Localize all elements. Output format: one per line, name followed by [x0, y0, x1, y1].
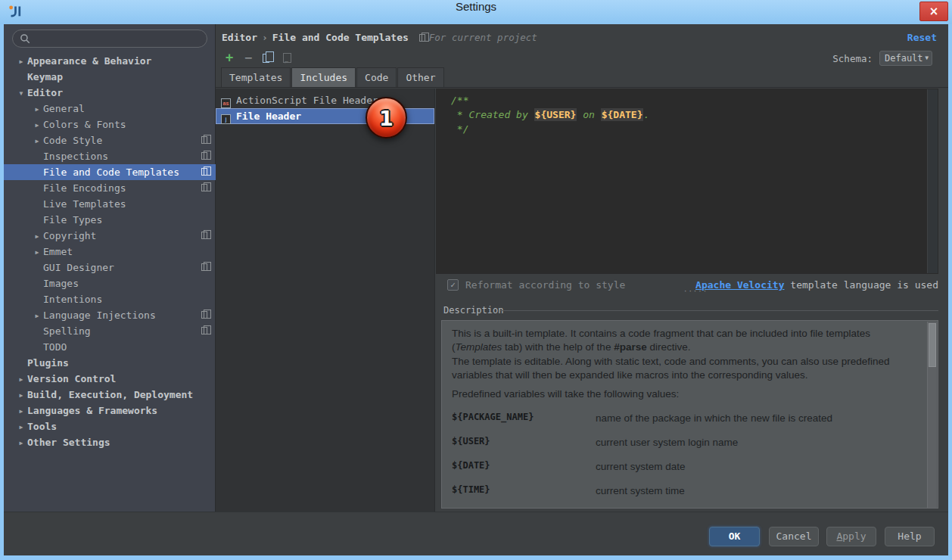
- template-editor[interactable]: /** * Created by ${USER} on ${DATE}. */: [436, 89, 938, 274]
- chevron-right-icon[interactable]: ▶: [31, 244, 43, 260]
- sidebar-item-label: Build, Execution, Deployment: [27, 389, 193, 400]
- variable-description: current system time: [596, 484, 918, 498]
- sidebar-item-label: General: [43, 103, 85, 114]
- reformat-checkbox[interactable]: ✓: [447, 279, 459, 291]
- sidebar-item-spelling[interactable]: Spelling: [4, 323, 216, 339]
- sidebar-item-live-templates[interactable]: Live Templates: [4, 196, 216, 212]
- chevron-right-icon[interactable]: ▶: [15, 54, 27, 70]
- template-item-label: File Header: [236, 110, 301, 122]
- sidebar-item-label: Inspections: [43, 151, 108, 162]
- sidebar-item-copyright[interactable]: ▶Copyright: [4, 228, 216, 244]
- sidebar-item-general[interactable]: ▶General: [4, 101, 216, 117]
- sidebar-item-file-types[interactable]: File Types: [4, 212, 216, 228]
- copy-settings-icon: [201, 263, 207, 271]
- chevron-right-icon[interactable]: ▶: [15, 435, 27, 451]
- tab-templates[interactable]: Templates: [221, 67, 291, 87]
- sidebar-item-label: TODO: [43, 341, 67, 353]
- sidebar-item-label: File Types: [43, 214, 102, 226]
- chevron-right-icon[interactable]: ▶: [15, 372, 27, 387]
- sidebar-item-label: GUI Designer: [43, 262, 114, 273]
- tab-code[interactable]: Code: [356, 67, 397, 87]
- sidebar-item-label: Live Templates: [43, 198, 126, 210]
- reset-link[interactable]: Reset: [907, 32, 937, 43]
- settings-window: Settings × ▶Appearance & BehaviorKeymap▼…: [0, 0, 952, 560]
- chevron-right-icon[interactable]: ▶: [31, 117, 43, 133]
- sidebar-item-code-style[interactable]: ▶Code Style: [4, 132, 216, 148]
- schema-value: Default: [885, 53, 923, 64]
- sidebar-item-appearance-behavior[interactable]: ▶Appearance & Behavior: [4, 53, 216, 69]
- description-paragraph: The template is editable. Along with sta…: [452, 355, 918, 382]
- copy-settings-icon: [201, 232, 207, 239]
- sidebar-item-file-and-code-templates[interactable]: File and Code Templates: [4, 164, 216, 180]
- sidebar-item-editor[interactable]: ▼Editor: [4, 85, 216, 101]
- help-button[interactable]: Help: [885, 527, 935, 546]
- settings-search-input[interactable]: [12, 30, 207, 48]
- comment-text: */: [451, 123, 468, 135]
- apache-velocity-link[interactable]: Apache Velocity: [695, 279, 784, 291]
- breadcrumb-editor[interactable]: Editor: [222, 32, 257, 43]
- sidebar-item-build-execution-deployment[interactable]: ▶Build, Execution, Deployment: [4, 387, 216, 403]
- copy-template-button[interactable]: [260, 50, 275, 65]
- sidebar-item-keymap[interactable]: Keymap: [4, 69, 216, 85]
- schema-dropdown[interactable]: Default ▼: [879, 51, 932, 66]
- sidebar-item-version-control[interactable]: ▶Version Control: [4, 371, 216, 387]
- ok-button[interactable]: OK: [709, 527, 760, 546]
- tab-other[interactable]: Other: [397, 67, 443, 87]
- file-type-icon-as: as: [221, 98, 231, 108]
- sidebar-item-label: Emmet: [43, 246, 73, 257]
- chevron-right-icon[interactable]: ▶: [15, 419, 27, 435]
- sidebar-item-other-settings[interactable]: ▶Other Settings: [4, 434, 216, 450]
- window-title: Settings: [0, 0, 952, 24]
- editor-scrollbar[interactable]: [927, 89, 938, 273]
- sidebar-item-gui-designer[interactable]: GUI Designer: [4, 260, 216, 275]
- sidebar-item-tools[interactable]: ▶Tools: [4, 418, 216, 434]
- sidebar-item-label: Language Injections: [43, 310, 156, 321]
- remove-template-button[interactable]: −: [241, 50, 256, 65]
- reformat-label: Reformat according to style: [465, 279, 625, 291]
- variable-description: current system date: [596, 460, 918, 474]
- chevron-down-icon[interactable]: ▼: [15, 86, 27, 101]
- breadcrumb-separator: ›: [257, 32, 272, 43]
- chevron-right-icon[interactable]: ▶: [31, 101, 43, 117]
- sidebar-item-colors-fonts[interactable]: ▶Colors & Fonts: [4, 117, 216, 132]
- settings-sidebar: ▶Appearance & BehaviorKeymap▼Editor▶Gene…: [4, 24, 216, 512]
- reset-template-button[interactable]: [280, 50, 295, 65]
- apply-label: Apply: [836, 527, 866, 546]
- chevron-right-icon[interactable]: ▶: [31, 308, 43, 324]
- sidebar-item-label: Tools: [27, 421, 57, 432]
- sidebar-item-label: Version Control: [27, 373, 116, 384]
- settings-content: ▶Appearance & BehaviorKeymap▼Editor▶Gene…: [4, 24, 948, 512]
- comment-text: .: [643, 109, 649, 120]
- close-button[interactable]: ×: [919, 2, 948, 21]
- settings-tree: ▶Appearance & BehaviorKeymap▼Editor▶Gene…: [4, 53, 216, 450]
- sidebar-item-todo[interactable]: TODO: [4, 339, 216, 355]
- add-template-button[interactable]: +: [222, 50, 237, 65]
- description-scrollbar[interactable]: [927, 322, 937, 508]
- description-paragraph: This is a built-in template. It contains…: [452, 327, 918, 354]
- apply-button[interactable]: Apply: [826, 527, 876, 546]
- chevron-right-icon[interactable]: ▶: [31, 133, 43, 149]
- chevron-right-icon[interactable]: ▶: [15, 403, 27, 419]
- sidebar-item-label: Appearance & Behavior: [27, 55, 151, 67]
- copy-settings-icon: [201, 152, 207, 160]
- sidebar-item-label: File Encodings: [43, 182, 126, 194]
- sidebar-item-languages-frameworks[interactable]: ▶Languages & Frameworks: [4, 403, 216, 418]
- sidebar-item-plugins[interactable]: Plugins: [4, 355, 216, 371]
- schema-label: Schema:: [832, 53, 873, 64]
- sidebar-item-language-injections[interactable]: ▶Language Injections: [4, 307, 216, 323]
- annotation-badge-1: 1: [366, 97, 407, 138]
- chevron-down-icon: ▼: [925, 51, 929, 65]
- chevron-right-icon[interactable]: ▶: [31, 229, 43, 244]
- sidebar-item-intentions[interactable]: Intentions: [4, 291, 216, 307]
- sidebar-item-file-encodings[interactable]: File Encodings: [4, 180, 216, 196]
- close-icon: ×: [929, 5, 939, 18]
- tab-includes[interactable]: Includes: [291, 67, 356, 87]
- chevron-right-icon[interactable]: ▶: [15, 387, 27, 403]
- description-scrollbar-thumb[interactable]: [929, 323, 936, 367]
- copy-settings-icon: [201, 327, 207, 334]
- cancel-button[interactable]: Cancel: [769, 527, 819, 546]
- splitter-handle-icon[interactable]: ·····: [683, 290, 703, 295]
- sidebar-item-images[interactable]: Images: [4, 275, 216, 291]
- sidebar-item-emmet[interactable]: ▶Emmet: [4, 244, 216, 260]
- sidebar-item-inspections[interactable]: Inspections: [4, 148, 216, 164]
